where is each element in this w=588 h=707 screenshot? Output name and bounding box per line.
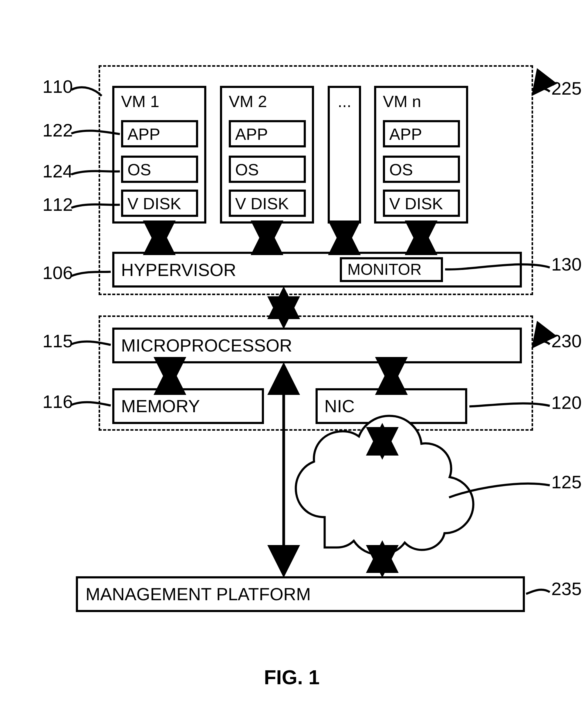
ref-120: 120 — [551, 394, 582, 412]
ref-106: 106 — [42, 264, 73, 282]
microprocessor-label: MICROPROCESSOR — [121, 337, 292, 354]
figure-label: FIG. 1 — [264, 667, 320, 687]
hypervisor-label: HYPERVISOR — [121, 261, 236, 279]
vm2-os-label: OS — [235, 161, 259, 178]
vmn-vdisk-label: V DISK — [389, 195, 443, 212]
management-platform-label: MANAGEMENT PLATFORM — [86, 585, 311, 603]
vm2-app-label: APP — [235, 126, 268, 142]
vm1-os-label: OS — [127, 161, 151, 178]
ref-124: 124 — [42, 162, 73, 180]
diagram-stage: VM 1 APP OS V DISK VM 2 APP OS V DISK ..… — [0, 0, 588, 707]
ref-225: 225 — [551, 79, 582, 98]
cloud-line1: DIGITAL — [353, 479, 415, 495]
ref-125: 125 — [551, 473, 582, 491]
ref-230: 230 — [551, 332, 582, 350]
vm2-title: VM 2 — [229, 93, 267, 109]
vm-ellipsis-label: ... — [338, 93, 351, 109]
vmn-os-label: OS — [389, 161, 413, 178]
vm1-title: VM 1 — [121, 93, 159, 109]
vmn-app-label: APP — [389, 126, 422, 142]
memory-label: MEMORY — [121, 397, 200, 415]
vmn-title: VM n — [383, 93, 421, 109]
ref-122: 122 — [42, 121, 73, 139]
ref-235: 235 — [551, 580, 582, 598]
vm1-app-label: APP — [127, 126, 160, 142]
ref-110: 110 — [42, 78, 73, 96]
nic-label: NIC — [324, 397, 355, 415]
ref-115: 115 — [42, 332, 73, 350]
ref-112: 112 — [42, 196, 73, 214]
vm1-vdisk-label: V DISK — [127, 195, 181, 212]
monitor-label: MONITOR — [348, 262, 422, 277]
ref-130: 130 — [551, 256, 582, 274]
vm2-vdisk-label: V DISK — [235, 195, 289, 212]
cloud-line2: NETWORK — [346, 499, 430, 515]
ref-116: 116 — [42, 393, 73, 411]
